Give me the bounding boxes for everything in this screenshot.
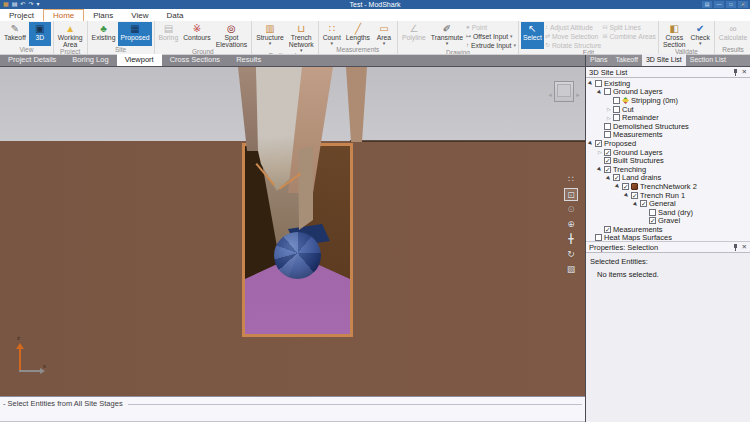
tree-expander-icon[interactable]: ▷: [606, 115, 612, 121]
ribbon-button-3d[interactable]: ▣3D: [29, 22, 51, 46]
tree-item-land-drains[interactable]: ▶✓Land drains: [606, 174, 750, 183]
tree-expander-icon[interactable]: ▶: [614, 182, 622, 190]
ribbon-button-check[interactable]: ✔Check▾: [689, 22, 712, 48]
tree-item-proposed[interactable]: ▶✓Proposed: [588, 139, 750, 148]
tree-expander-icon[interactable]: ▶: [587, 139, 595, 147]
tree-item-general[interactable]: ▶✓General: [633, 199, 750, 208]
tree-checkbox[interactable]: [649, 209, 656, 216]
ribbon-button-area[interactable]: ▭Area▾: [373, 22, 395, 46]
zoom-extents-icon[interactable]: ⊕: [564, 218, 578, 231]
menu-tab-project[interactable]: Project: [0, 10, 43, 21]
tree-checkbox[interactable]: [613, 114, 620, 121]
tree-checkbox[interactable]: ✓: [640, 200, 647, 207]
tree-expander-icon[interactable]: ▶: [623, 191, 631, 199]
ribbon-button-move-selection[interactable]: ⇄Move Selection: [545, 32, 602, 40]
tree-checkbox[interactable]: [595, 80, 602, 87]
viewcube-body[interactable]: [554, 81, 574, 102]
ribbon-button-count[interactable]: ∷Count▾: [321, 22, 343, 46]
restore-icon[interactable]: □: [726, 1, 736, 8]
ribbon-button-calculate[interactable]: ∞Calculate: [717, 22, 749, 46]
ribbon-button-adjust-altitude[interactable]: ↕Adjust Altitude: [545, 23, 602, 31]
tree-item-existing[interactable]: ▶Existing: [588, 79, 750, 88]
tree-checkbox[interactable]: ✓: [595, 140, 602, 147]
pan-icon[interactable]: ╋: [564, 233, 578, 246]
tree-checkbox[interactable]: ✓: [613, 174, 620, 181]
tree-item-trenchnetwork-2[interactable]: ▶✓TrenchNetwork 2: [615, 182, 750, 191]
tree-expander-icon[interactable]: ▷: [597, 149, 603, 155]
solid-view-icon[interactable]: ▧: [564, 263, 578, 276]
tree-item-ground-layers[interactable]: ▷✓Ground Layers: [597, 148, 750, 157]
menu-tab-plans[interactable]: Plans: [84, 10, 122, 21]
close-panel-icon[interactable]: ✕: [742, 67, 747, 77]
tree-checkbox[interactable]: [613, 106, 620, 113]
ribbon-button-existing[interactable]: ♣Existing: [90, 22, 118, 46]
view-options-icon[interactable]: ∷: [564, 173, 578, 186]
pin-icon[interactable]: [733, 69, 738, 76]
help-icon[interactable]: ?: [741, 0, 745, 12]
ribbon-button-lengths[interactable]: ╱Lengths▾: [344, 22, 372, 46]
tree-item-ground-layers[interactable]: ▶Ground Layers: [597, 88, 750, 97]
menu-tab-home[interactable]: Home: [43, 9, 84, 21]
tree-item-remainder[interactable]: ▷Remainder: [606, 113, 750, 122]
orbit-icon[interactable]: ↻: [564, 248, 578, 261]
view-cube[interactable]: ◄ ►: [547, 79, 581, 109]
ribbon-options-icon[interactable]: ▤: [702, 1, 712, 8]
tree-checkbox[interactable]: ✓: [649, 217, 656, 224]
tree-item-measurements[interactable]: Measurements: [597, 131, 750, 140]
ribbon-button-polyline[interactable]: ∠Polyline: [400, 22, 428, 49]
ribbon-button-working-area[interactable]: ▲WorkingArea: [56, 22, 85, 48]
tree-item-heat-maps-surfaces[interactable]: Heat Maps Surfaces: [588, 234, 750, 242]
menu-tab-data[interactable]: Data: [157, 10, 192, 21]
tree-item-cut[interactable]: ▷Cut: [606, 105, 750, 114]
ribbon-button-transmute[interactable]: ✐Transmute▾: [429, 22, 465, 49]
tree-item-sand-dry[interactable]: Sand (dry): [642, 208, 750, 217]
ribbon-button-rotate-structure[interactable]: ↻Rotate Structure: [545, 41, 602, 49]
ribbon-button-spot-elevations[interactable]: ◎SpotElevations: [214, 22, 249, 48]
ribbon-button-trench-network[interactable]: ⊔TrenchNetwork▾: [287, 22, 316, 52]
tree-expander-icon[interactable]: ▶: [587, 79, 595, 87]
ribbon-button-offset-input[interactable]: ↦Offset Input▾: [466, 32, 516, 40]
ribbon-button-proposed[interactable]: ▦Proposed: [118, 22, 151, 46]
ribbon-button-structure[interactable]: ▥Structure▾: [254, 22, 286, 52]
tree-expander-icon[interactable]: ▶: [596, 165, 604, 173]
menu-tab-view[interactable]: View: [122, 10, 157, 21]
ribbon-button-extrude-input[interactable]: ↑Extrude Input▾: [466, 41, 516, 49]
zoom-window-icon[interactable]: ⊡: [564, 188, 578, 201]
tree-checkbox[interactable]: [604, 88, 611, 95]
view-tab-viewport[interactable]: Viewport: [117, 54, 162, 66]
ribbon-button-combine-areas[interactable]: ⊞Combine Areas: [602, 32, 656, 40]
panel-tab-3d-site-list[interactable]: 3D Site List: [642, 54, 686, 66]
tree-checkbox[interactable]: [595, 234, 602, 241]
viewport-canvas[interactable]: ◄ ► ∷⊡⊙⊕╋↻▧ z x: [0, 67, 585, 396]
tree-expander-icon[interactable]: ▶: [605, 174, 613, 182]
tree-checkbox[interactable]: ✓: [604, 226, 611, 233]
view-tab-project-details[interactable]: Project Details: [0, 54, 64, 66]
ribbon-button-split-lines[interactable]: ⊟Split Lines: [602, 23, 656, 31]
ribbon-button-boring[interactable]: ▤Boring: [157, 22, 181, 48]
viewcube-right-arrow-icon[interactable]: ►: [575, 92, 581, 98]
tree-item-gravel[interactable]: ✓Gravel: [642, 217, 750, 226]
tree-checkbox[interactable]: ✓: [604, 157, 611, 164]
tree-checkbox[interactable]: ✓: [604, 149, 611, 156]
tree-item-built-structures[interactable]: ✓Built Structures: [597, 156, 750, 165]
zoom-selection-icon[interactable]: ⊙: [564, 203, 578, 216]
tree-checkbox[interactable]: [613, 97, 620, 104]
panel-tab-takeoff[interactable]: Takeoff: [612, 54, 642, 66]
tree-item-demolished-structures[interactable]: Demolished Structures: [597, 122, 750, 131]
tree-checkbox[interactable]: ✓: [631, 192, 638, 199]
viewcube-left-arrow-icon[interactable]: ◄: [547, 92, 553, 98]
ribbon-button-select[interactable]: ↖Select: [521, 22, 544, 49]
close-panel-icon[interactable]: ✕: [742, 242, 747, 252]
panel-tab-plans[interactable]: Plans: [586, 54, 612, 66]
tree-item-trenching[interactable]: ▶✓Trenching: [597, 165, 750, 174]
tree-checkbox[interactable]: [604, 131, 611, 138]
tree-expander-icon[interactable]: ▷: [606, 106, 612, 112]
ribbon-button-cross-section[interactable]: ◧CrossSection: [661, 22, 688, 48]
ribbon-button-contours[interactable]: ※Contours: [181, 22, 213, 48]
ribbon-button-point[interactable]: ●Point: [466, 23, 516, 31]
tree-item-measurements[interactable]: ✓Measurements: [597, 225, 750, 234]
minimize-icon[interactable]: —: [714, 1, 724, 8]
tree-checkbox[interactable]: ✓: [622, 183, 629, 190]
tree-item-stripping-0m[interactable]: Stripping (0m): [606, 96, 750, 105]
view-tab-results[interactable]: Results: [228, 54, 269, 66]
